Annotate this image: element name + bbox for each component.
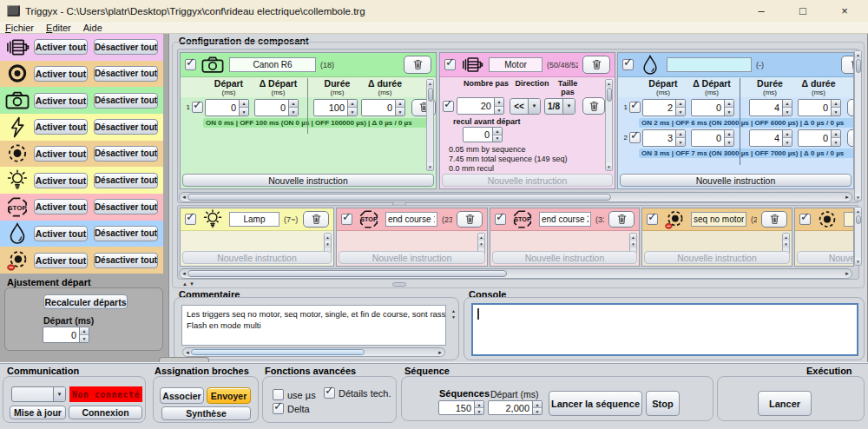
sequence-depart-spinner[interactable] — [488, 400, 542, 415]
drop-row1-delta-duree-spinner[interactable] — [798, 99, 841, 116]
drop-row1-delta-depart-spinner[interactable] — [691, 99, 734, 116]
camera-delta-duree-spinner[interactable] — [361, 99, 405, 116]
details-tech-option[interactable]: Détails tech. — [324, 387, 391, 399]
camera-panel-checkbox[interactable] — [185, 59, 196, 70]
motor-panel-trash-button[interactable] — [582, 56, 610, 74]
menu-aide[interactable]: Aide — [83, 23, 102, 33]
maximize-icon[interactable]: □ — [790, 4, 816, 17]
deactivate-all-record-button[interactable]: Désactiver tout — [94, 66, 158, 82]
activate-all-camera-button[interactable]: Activer tout — [34, 93, 88, 109]
drop-row2-checkbox[interactable] — [629, 132, 641, 143]
end-course-1-trash-button[interactable] — [457, 211, 483, 228]
delta-checkbox[interactable] — [273, 403, 284, 414]
drop-panel-checkbox[interactable] — [622, 59, 634, 70]
deactivate-all-drop-button[interactable]: Désactiver tout — [94, 226, 158, 241]
drop-name-field[interactable] — [667, 57, 752, 72]
activate-all-record-button[interactable]: Activer tout — [34, 66, 88, 82]
camera-depart-spinner[interactable] — [205, 99, 249, 116]
camera-duree-spinner[interactable] — [313, 99, 358, 116]
envoyer-button[interactable]: Envoyer — [207, 387, 251, 404]
stop-button[interactable]: Stop — [646, 391, 680, 416]
ajustement-depart-spinner[interactable] — [43, 327, 89, 343]
activate-all-single-button[interactable]: Activer tout — [34, 146, 88, 162]
drop-row2-duree-spinner[interactable] — [749, 129, 792, 147]
motor-name-field[interactable] — [489, 57, 542, 72]
row2-vscrollbar[interactable] — [854, 207, 862, 266]
sequences-spinner[interactable] — [438, 400, 484, 415]
end-course-1-checkbox[interactable] — [341, 214, 352, 225]
associer-button[interactable]: Associer — [160, 387, 204, 404]
row2-hscrollbar[interactable] — [179, 268, 852, 279]
camera-delta-depart-spinner[interactable] — [254, 99, 299, 116]
scroll-right-icon[interactable] — [843, 193, 852, 201]
camera-row-checkbox[interactable] — [192, 102, 203, 113]
lamp-panel-trash-button[interactable] — [303, 211, 329, 228]
camera-panel-trash-button[interactable] — [404, 56, 431, 74]
drop-row2-trash-button[interactable] — [847, 129, 854, 147]
close-icon[interactable]: × — [832, 4, 858, 17]
port-combo[interactable] — [11, 386, 66, 402]
activate-all-motor-button[interactable]: Activer tout — [34, 39, 88, 55]
deactivate-all-motor-button[interactable]: Désactiver tout — [94, 39, 158, 55]
end-course-1-name-field[interactable] — [385, 212, 437, 227]
motor-row-checkbox[interactable] — [443, 101, 454, 112]
drop-row1-checkbox[interactable] — [629, 102, 641, 113]
activate-all-flash-button[interactable]: Activer tout — [34, 119, 88, 135]
spinner-up-icon[interactable] — [80, 327, 89, 334]
camera-panel-vscrollbar[interactable] — [426, 79, 434, 171]
activate-all-lamp-button[interactable]: Activer tout — [34, 173, 88, 188]
minimize-icon[interactable]: – — [748, 4, 774, 17]
activate-all-stop-button[interactable]: Activer tout — [34, 199, 88, 214]
drop-row1-duree-spinner[interactable] — [749, 99, 792, 116]
activate-all-seq-button[interactable]: Activer tout — [34, 253, 88, 268]
motor-row-trash-button[interactable] — [582, 97, 605, 115]
taille-pas-combo[interactable]: 1/8 — [544, 98, 575, 115]
motor-panel-vscrollbar[interactable] — [605, 79, 613, 171]
menu-editer[interactable]: Editer — [46, 23, 71, 33]
deactivate-all-camera-button[interactable]: Désactiver tout — [94, 93, 158, 109]
delta-option[interactable]: Delta — [273, 403, 310, 414]
row2-hscroll-thumb[interactable] — [187, 270, 507, 277]
splitter-handle[interactable] — [392, 282, 406, 287]
drop-new-instruction-button[interactable]: Nouvelle instruction — [620, 174, 852, 187]
deactivate-all-flash-button[interactable]: Désactiver tout — [94, 119, 158, 135]
drop-panel-trash-button[interactable] — [841, 56, 854, 74]
mise-a-jour-button[interactable]: Mise à jour — [10, 406, 66, 419]
lancer-button[interactable]: Lancer — [758, 391, 812, 416]
camera-name-field[interactable] — [229, 57, 316, 72]
deactivate-all-lamp-button[interactable]: Désactiver tout — [94, 173, 158, 188]
splitter-collapse-icons[interactable]: ▲▼ — [182, 281, 196, 287]
activate-all-drop-button[interactable]: Activer tout — [34, 226, 88, 241]
drop-row2-depart-spinner[interactable] — [642, 129, 686, 147]
recalc-departs-button[interactable]: Recalculer départs — [43, 294, 128, 309]
row1-hscroll-thumb[interactable] — [187, 194, 611, 201]
lancer-sequence-button[interactable]: Lancer la séquence — [549, 391, 642, 416]
menu-fichier[interactable]: Fichier — [5, 23, 34, 33]
camera-new-instruction-button[interactable]: Nouvelle instruction — [182, 174, 434, 187]
lamp-name-field[interactable] — [229, 212, 279, 227]
details-tech-checkbox[interactable] — [324, 387, 335, 399]
drop-row2-delta-duree-spinner[interactable] — [798, 129, 841, 147]
commentaire-hscrollbar[interactable] — [182, 347, 445, 357]
scroll-right-icon[interactable] — [843, 269, 852, 278]
end-course-2-trash-button[interactable] — [608, 211, 635, 228]
motor-panel-checkbox[interactable] — [444, 59, 456, 70]
seq-motor-checkbox[interactable] — [799, 214, 811, 225]
end-course-2-checkbox[interactable] — [495, 214, 506, 225]
deactivate-all-seq-button[interactable]: Désactiver tout — [94, 253, 158, 268]
lamp-panel-checkbox[interactable] — [185, 214, 196, 225]
scroll-right-icon[interactable] — [436, 348, 444, 356]
nombre-pas-spinner[interactable] — [457, 97, 504, 115]
console-textarea[interactable] — [471, 303, 858, 356]
spinner-down-icon[interactable] — [80, 334, 89, 342]
drop-row2-delta-depart-spinner[interactable] — [691, 129, 734, 147]
drop-row1-trash-button[interactable] — [847, 99, 854, 116]
deactivate-all-stop-button[interactable]: Désactiver tout — [94, 199, 158, 214]
connexion-button[interactable]: Connexion — [69, 406, 142, 419]
row1-vscrollbar[interactable] — [854, 50, 862, 201]
end-course-2-name-field[interactable] — [539, 212, 591, 227]
seq-no-motor-checkbox[interactable] — [647, 214, 658, 225]
synthese-button[interactable]: Synthèse — [161, 406, 251, 420]
direction-combo[interactable]: << — [510, 98, 541, 115]
commentaire-textarea[interactable]: Les triggers seq no motor, seq motor, si… — [181, 305, 446, 346]
